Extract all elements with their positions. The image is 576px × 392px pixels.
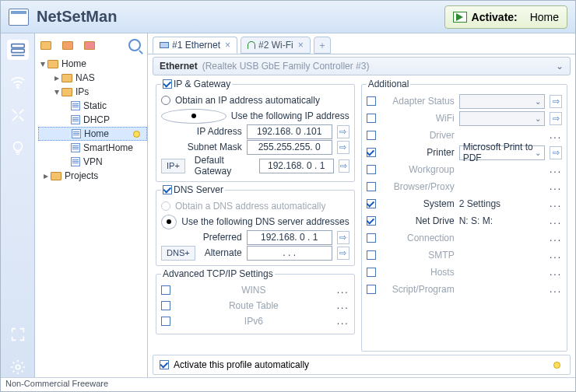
workgroup-checkbox[interactable] bbox=[367, 165, 376, 174]
hosts-checkbox[interactable] bbox=[367, 268, 376, 277]
link-icon[interactable]: ⇨ bbox=[550, 146, 562, 159]
dns-alternate-input[interactable]: . . . bbox=[247, 246, 332, 261]
link-icon[interactable]: ⇨ bbox=[337, 247, 349, 260]
adapter-status-select[interactable]: ⌄ bbox=[459, 94, 545, 109]
link-icon[interactable]: ⇨ bbox=[337, 125, 349, 138]
adapter-tabs: #1 Ethernet× #2 Wi-Fi× ＋ bbox=[148, 33, 575, 54]
status-bar: Non-Commercial Freeware bbox=[1, 377, 575, 391]
chevron-down-icon: ⌄ bbox=[556, 61, 564, 72]
tab-wifi[interactable]: #2 Wi-Fi× bbox=[241, 37, 311, 54]
script-checkbox[interactable] bbox=[367, 285, 376, 294]
dns-preferred-input[interactable]: 192.168. 0 . 1 bbox=[247, 230, 332, 245]
tree-node-static[interactable]: Static bbox=[38, 99, 147, 113]
wifi-select[interactable]: ⌄ bbox=[459, 111, 545, 126]
link-icon[interactable]: ⇨ bbox=[550, 112, 562, 125]
link-icon[interactable]: ⇨ bbox=[339, 159, 349, 173]
ip-auto-radio[interactable] bbox=[161, 96, 170, 105]
workgroup-settings-button[interactable]: ... bbox=[550, 164, 562, 175]
svg-rect-1 bbox=[11, 49, 24, 53]
wifi-icon bbox=[248, 41, 255, 49]
iconbar-wifi-icon[interactable] bbox=[7, 72, 29, 93]
proxy-checkbox[interactable] bbox=[367, 182, 376, 191]
subnet-mask-input[interactable]: 255.255.255. 0 bbox=[247, 140, 332, 155]
connection-settings-button[interactable]: ... bbox=[550, 233, 562, 243]
iconbar-settings-icon[interactable] bbox=[7, 357, 29, 377]
group-advanced: Advanced TCP/IP Settings WINS... Route T… bbox=[156, 268, 355, 334]
auto-activate-row: Activate this profile automatically bbox=[153, 355, 571, 375]
ipv6-settings-button[interactable]: ... bbox=[337, 316, 349, 327]
tree-node-smarthome[interactable]: SmartHome bbox=[38, 141, 147, 155]
group-dns: DNS Server Obtain a DNS address automati… bbox=[156, 184, 355, 266]
close-icon[interactable]: × bbox=[298, 40, 304, 51]
profile-tree: ▾Home ▸NAS ▾IPs Static DHCP Home SmartHo… bbox=[35, 33, 148, 377]
tree-search-icon[interactable] bbox=[127, 38, 142, 52]
svg-rect-0 bbox=[11, 44, 24, 48]
tree-newfolder-icon[interactable] bbox=[61, 38, 77, 52]
link-icon[interactable]: ⇨ bbox=[337, 231, 349, 244]
tree-new-icon[interactable] bbox=[40, 38, 55, 52]
tree-node-dhcp[interactable]: DHCP bbox=[38, 113, 147, 127]
wins-checkbox[interactable] bbox=[161, 285, 170, 295]
driver-settings-button[interactable]: ... bbox=[550, 130, 562, 141]
ip-plus-button[interactable]: IP+ bbox=[161, 159, 185, 173]
active-profile-lamp-icon bbox=[133, 131, 140, 138]
iconbar-bulb-icon[interactable] bbox=[7, 138, 29, 158]
wins-settings-button[interactable]: ... bbox=[337, 285, 349, 296]
tab-add[interactable]: ＋ bbox=[314, 37, 331, 54]
printer-select[interactable]: Microsoft Print to PDF⌄ bbox=[459, 145, 545, 160]
tree-node-projects[interactable]: ▸Projects bbox=[38, 169, 147, 183]
adapter-selector[interactable]: Ethernet(Realtek USB GbE Family Controll… bbox=[153, 57, 571, 75]
proxy-settings-button[interactable]: ... bbox=[550, 181, 562, 192]
activate-button[interactable]: Activate: Home bbox=[444, 5, 567, 29]
script-settings-button[interactable]: ... bbox=[550, 284, 562, 295]
printer-checkbox[interactable] bbox=[367, 148, 376, 157]
app-icon bbox=[9, 9, 29, 26]
iconbar-fullscreen-icon[interactable] bbox=[7, 324, 29, 345]
play-icon bbox=[453, 12, 467, 23]
app-title: NetSetMan bbox=[37, 8, 117, 26]
ip-enable-checkbox[interactable] bbox=[163, 79, 172, 89]
system-settings-button[interactable]: ... bbox=[550, 198, 562, 209]
ethernet-icon bbox=[160, 42, 169, 48]
dns-auto-radio bbox=[161, 201, 170, 211]
iconbar-tools-icon[interactable] bbox=[7, 105, 29, 125]
route-settings-button[interactable]: ... bbox=[337, 300, 349, 311]
auto-activate-checkbox[interactable] bbox=[160, 360, 169, 369]
link-icon[interactable]: ⇨ bbox=[550, 95, 562, 108]
svg-point-3 bbox=[17, 87, 19, 89]
titlebar: NetSetMan Activate: Home bbox=[1, 1, 575, 33]
dns-static-radio[interactable] bbox=[161, 215, 177, 229]
netdrive-settings-button[interactable]: ... bbox=[550, 215, 562, 226]
system-checkbox[interactable] bbox=[367, 199, 376, 208]
wifi-checkbox[interactable] bbox=[367, 114, 376, 123]
link-icon[interactable]: ⇨ bbox=[337, 141, 349, 154]
close-icon[interactable]: × bbox=[225, 40, 230, 51]
adapter-status-checkbox[interactable] bbox=[367, 96, 376, 106]
tree-node-ips[interactable]: ▾IPs bbox=[38, 85, 147, 99]
dns-enable-checkbox[interactable] bbox=[163, 185, 172, 194]
iconbar bbox=[1, 33, 35, 377]
tree-node-vpn[interactable]: VPN bbox=[38, 155, 147, 169]
tree-node-home[interactable]: Home bbox=[38, 127, 147, 141]
smtp-settings-button[interactable]: ... bbox=[550, 250, 562, 261]
ip-address-input[interactable]: 192.168. 0 .101 bbox=[247, 124, 332, 139]
smtp-checkbox[interactable] bbox=[367, 250, 376, 260]
hosts-settings-button[interactable]: ... bbox=[550, 267, 562, 278]
tree-node-home-root[interactable]: ▾Home bbox=[38, 57, 147, 71]
bulb-icon[interactable] bbox=[553, 362, 560, 369]
route-checkbox[interactable] bbox=[161, 301, 170, 310]
tree-node-nas[interactable]: ▸NAS bbox=[38, 71, 147, 85]
svg-point-5 bbox=[16, 365, 20, 369]
tab-ethernet[interactable]: #1 Ethernet× bbox=[153, 37, 237, 54]
ipv6-checkbox[interactable] bbox=[161, 317, 170, 326]
dns-plus-button[interactable]: DNS+ bbox=[161, 246, 195, 261]
netdrive-checkbox[interactable] bbox=[367, 216, 376, 226]
gateway-input[interactable]: 192.168. 0 . 1 bbox=[259, 159, 334, 173]
group-additional: Additional Adapter Status⌄⇨ WiFi⌄⇨ Drive… bbox=[361, 79, 567, 352]
group-ip-gateway: IP & Gateway Obtain an IP address automa… bbox=[156, 79, 355, 182]
connection-checkbox[interactable] bbox=[367, 233, 376, 243]
iconbar-profiles-icon[interactable] bbox=[7, 40, 29, 60]
tree-delete-icon[interactable] bbox=[83, 38, 99, 52]
driver-checkbox[interactable] bbox=[367, 131, 376, 140]
ip-static-radio[interactable] bbox=[161, 109, 227, 124]
